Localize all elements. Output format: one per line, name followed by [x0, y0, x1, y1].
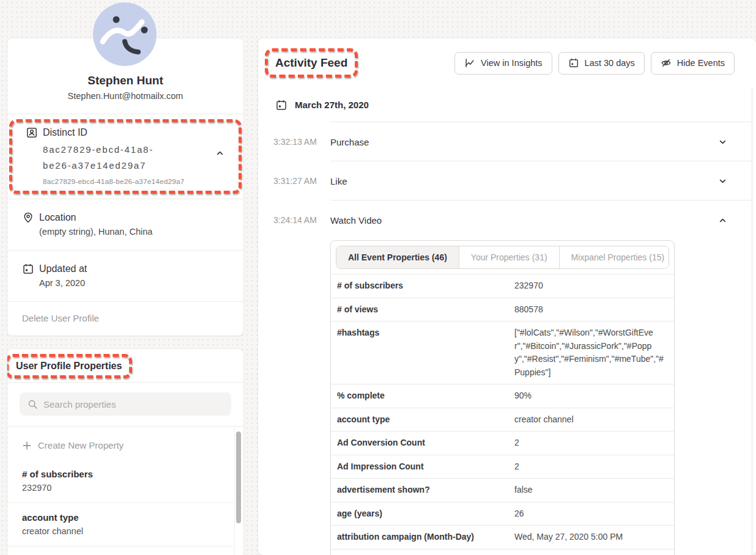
event-row-like[interactable]: 3:31:27 AM Like	[258, 161, 752, 200]
scrollbar-thumb[interactable]	[236, 432, 241, 523]
location-value: (empty string), Hunan, China	[39, 227, 229, 237]
property-value: 2	[514, 460, 668, 474]
eye-off-icon	[661, 57, 672, 68]
table-row: % complete 90%	[331, 384, 674, 408]
list-item[interactable]: # of subscribers 232970	[7, 460, 234, 503]
chevron-down-icon	[718, 177, 727, 186]
activity-feed-header: Activity Feed View in Insights Last 30 d…	[258, 39, 756, 87]
properties-title: User Profile Properties	[16, 361, 122, 372]
date-range-label: Last 30 days	[585, 58, 635, 68]
distinct-id-section: Distinct ID 8ac27829-ebcd-41a8-be26-a37e…	[9, 119, 242, 194]
property-value: 232970	[514, 279, 668, 293]
calendar-icon	[275, 99, 287, 111]
event-row-watch-video[interactable]: 3:24:14 AM Watch Video	[258, 200, 752, 240]
search-icon	[28, 399, 38, 410]
collapse-distinct-id-button[interactable]	[215, 149, 224, 158]
delete-user-profile-link[interactable]: Delete User Profile	[7, 302, 243, 336]
activity-feed-scroll-area[interactable]: March 27th, 2020 3:32:13 AM Purchase 3:3…	[258, 87, 752, 555]
property-value: ["#lolCats","#Wilson","#WorstGiftEver","…	[514, 326, 668, 379]
user-profile-properties-card: User Profile Properties Create New Prope…	[7, 349, 243, 555]
table-row: #hashtags ["#lolCats","#Wilson","#WorstG…	[331, 321, 674, 384]
property-value: 2	[514, 436, 668, 450]
table-row: # of subscribers 232970	[331, 274, 674, 298]
expand-event-button[interactable]	[718, 138, 727, 147]
properties-scrollbar-track[interactable]	[234, 427, 243, 555]
event-name: Purchase	[330, 137, 369, 147]
updated-at-value: Apr 3, 2020	[39, 278, 229, 288]
property-label: age (years)	[337, 507, 514, 520]
date-range-button[interactable]: Last 30 days	[558, 52, 645, 75]
hide-events-label: Hide Events	[677, 58, 725, 68]
chevron-up-icon	[215, 149, 224, 158]
property-value: 26	[514, 507, 668, 521]
table-row: age (years) 26	[331, 502, 674, 526]
property-label: Ad Conversion Count	[337, 436, 514, 449]
property-value: Wed, May 27, 2020 5:00 PM	[514, 531, 668, 544]
property-label: advertisement shown?	[337, 483, 514, 496]
search-row	[7, 383, 243, 426]
property-label: # of subscribers	[337, 279, 514, 292]
property-label: account type	[337, 413, 514, 426]
tab-mixpanel-properties[interactable]: Mixpanel Properties (15)	[560, 246, 669, 268]
event-time: 3:24:14 AM	[273, 215, 330, 225]
create-new-property-label: Create New Property	[38, 440, 124, 450]
property-value: false	[514, 483, 668, 497]
property-value: 232970	[22, 483, 229, 493]
location-section: Location (empty string), Hunan, China	[7, 199, 243, 250]
feed-toolbar: View in Insights Last 30 days Hide Event…	[454, 52, 735, 75]
event-row-purchase[interactable]: 3:32:13 AM Purchase	[258, 122, 752, 161]
hide-events-button[interactable]: Hide Events	[651, 52, 735, 75]
event-time: 3:32:13 AM	[273, 137, 330, 147]
user-name: Stephen Hunt	[20, 74, 231, 87]
tab-all-event-properties[interactable]: All Event Properties (46)	[336, 246, 459, 268]
table-row: Ad Impression Count 2	[331, 455, 674, 479]
updated-at-section: Updated at Apr 3, 2020	[7, 251, 243, 301]
distinct-id-value: 8ac27829-ebcd-41a8-be26-a37e14ed29a7	[43, 142, 203, 173]
event-properties-panel: All Event Properties (46) Your Propertie…	[330, 240, 675, 555]
property-value: 880578	[514, 303, 668, 317]
search-properties-input[interactable]	[43, 399, 223, 410]
activity-feed-card: Activity Feed View in Insights Last 30 d…	[258, 39, 756, 555]
avatar-doodle-icon	[93, 2, 157, 66]
table-row: Ad Conversion Count 2	[331, 431, 674, 455]
create-new-property-button[interactable]: Create New Property	[7, 427, 243, 460]
user-email: Stephen.Hunt@hotmailx.com	[20, 91, 231, 101]
location-pin-icon	[22, 211, 34, 224]
user-profile-sidebar: Stephen Hunt Stephen.Hunt@hotmailx.com D…	[7, 39, 243, 555]
avatar	[93, 2, 157, 66]
table-row: advertisement shown? false	[331, 478, 674, 502]
distinct-id-label: Distinct ID	[43, 127, 87, 138]
view-in-insights-button[interactable]: View in Insights	[454, 52, 552, 75]
divider	[7, 382, 243, 383]
property-label: # of views	[337, 303, 514, 316]
collapse-event-button[interactable]	[718, 216, 727, 225]
properties-list: Create New Property # of subscribers 232…	[7, 427, 243, 555]
table-row: # of views 880578	[331, 298, 674, 322]
tab-your-properties[interactable]: Your Properties (31)	[459, 246, 560, 268]
calendar-icon	[22, 263, 34, 275]
property-value: creator channel	[22, 526, 229, 536]
divider	[7, 426, 243, 427]
expand-event-button[interactable]	[718, 177, 727, 186]
search-box	[20, 392, 231, 416]
date-group-header: March 27th, 2020	[258, 87, 752, 122]
table-row: account type creator channel	[331, 408, 674, 432]
property-value: 90%	[514, 389, 668, 403]
properties-header: User Profile Properties	[7, 349, 243, 383]
updated-at-label: Updated at	[39, 263, 87, 274]
plus-icon	[22, 441, 32, 450]
user-profile-card: Stephen Hunt Stephen.Hunt@hotmailx.com D…	[7, 39, 243, 336]
event-name: Like	[330, 176, 347, 186]
chevron-up-icon	[718, 216, 727, 225]
insights-chart-icon	[464, 57, 475, 68]
event-name: Watch Video	[330, 215, 382, 226]
property-label: #hashtags	[337, 326, 514, 339]
divider	[7, 114, 243, 114]
property-name: # of subscribers	[22, 469, 229, 479]
distinct-id-value-small: 8ac27829-ebcd-41a8-be26-a37e14ed29a7	[43, 177, 229, 186]
list-item[interactable]: account type creator channel	[7, 503, 234, 546]
chevron-down-icon	[718, 138, 727, 147]
date-group-label: March 27th, 2020	[295, 100, 369, 110]
property-label: % complete	[337, 389, 514, 402]
activity-feed-title-box: Activity Feed	[265, 48, 358, 78]
